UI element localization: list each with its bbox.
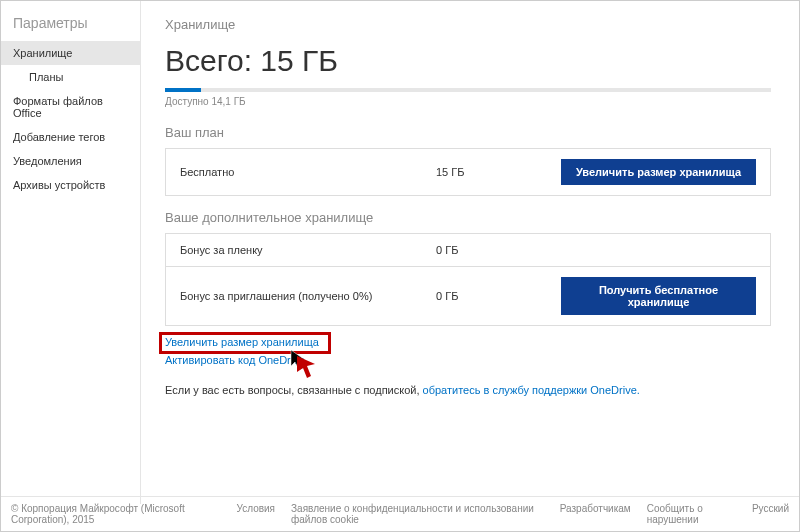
sidebar: Параметры Хранилище Планы Форматы файлов… — [1, 1, 141, 504]
plan-section-title: Ваш план — [165, 125, 771, 140]
increase-storage-link[interactable]: Увеличить размер хранилища — [165, 336, 771, 348]
footer: © Корпорация Майкрософт (Microsoft Corpo… — [1, 496, 799, 531]
plan-name: Бонус за пленку — [180, 244, 436, 256]
progress-fill — [165, 88, 201, 92]
sidebar-item-storage[interactable]: Хранилище — [1, 41, 140, 65]
table-row: Бонус за приглашения (получено 0%) 0 ГБ … — [166, 267, 770, 325]
plan-action-cell: Получить бесплатное хранилище — [556, 277, 756, 315]
sidebar-item-office-formats[interactable]: Форматы файлов Office — [1, 89, 140, 125]
plan-name: Бесплатно — [180, 166, 436, 178]
sidebar-item-tags[interactable]: Добавление тегов — [1, 125, 140, 149]
plan-action-cell: Увеличить размер хранилища — [556, 159, 756, 185]
main-content: Хранилище Всего: 15 ГБ Доступно 14,1 ГБ … — [141, 1, 799, 504]
support-prefix: Если у вас есть вопросы, связанные с под… — [165, 384, 423, 396]
plan-table: Бесплатно 15 ГБ Увеличить размер хранили… — [165, 148, 771, 196]
footer-report[interactable]: Сообщить о нарушении — [647, 503, 736, 525]
extra-section-title: Ваше дополнительное хранилище — [165, 210, 771, 225]
get-free-storage-button[interactable]: Получить бесплатное хранилище — [561, 277, 756, 315]
activate-code-link[interactable]: Активировать код OneDrive — [165, 354, 771, 366]
storage-total: Всего: 15 ГБ — [165, 44, 771, 78]
plan-size: 15 ГБ — [436, 166, 556, 178]
footer-privacy[interactable]: Заявление о конфиденциальности и использ… — [291, 503, 544, 525]
page-heading: Хранилище — [165, 17, 771, 32]
table-row: Бесплатно 15 ГБ Увеличить размер хранили… — [166, 149, 770, 195]
plan-name: Бонус за приглашения (получено 0%) — [180, 290, 436, 302]
footer-devs[interactable]: Разработчикам — [560, 503, 631, 525]
footer-copyright: © Корпорация Майкрософт (Microsoft Corpo… — [11, 503, 221, 525]
sidebar-item-device-backups[interactable]: Архивы устройств — [1, 173, 140, 197]
extra-table: Бонус за пленку 0 ГБ Бонус за приглашени… — [165, 233, 771, 326]
table-row: Бонус за пленку 0 ГБ — [166, 234, 770, 267]
sidebar-title: Параметры — [1, 9, 140, 41]
plan-size: 0 ГБ — [436, 290, 556, 302]
footer-terms[interactable]: Условия — [237, 503, 276, 525]
progress-bar — [165, 88, 771, 92]
increase-storage-button[interactable]: Увеличить размер хранилища — [561, 159, 756, 185]
sidebar-item-notifications[interactable]: Уведомления — [1, 149, 140, 173]
support-text: Если у вас есть вопросы, связанные с под… — [165, 384, 771, 396]
support-link[interactable]: обратитесь в службу поддержки OneDrive. — [423, 384, 640, 396]
footer-lang[interactable]: Русский — [752, 503, 789, 525]
links-block: Увеличить размер хранилища Активировать … — [165, 336, 771, 366]
plan-size: 0 ГБ — [436, 244, 556, 256]
sidebar-item-plans[interactable]: Планы — [1, 65, 140, 89]
storage-available: Доступно 14,1 ГБ — [165, 96, 771, 107]
storage-progress — [165, 88, 771, 92]
